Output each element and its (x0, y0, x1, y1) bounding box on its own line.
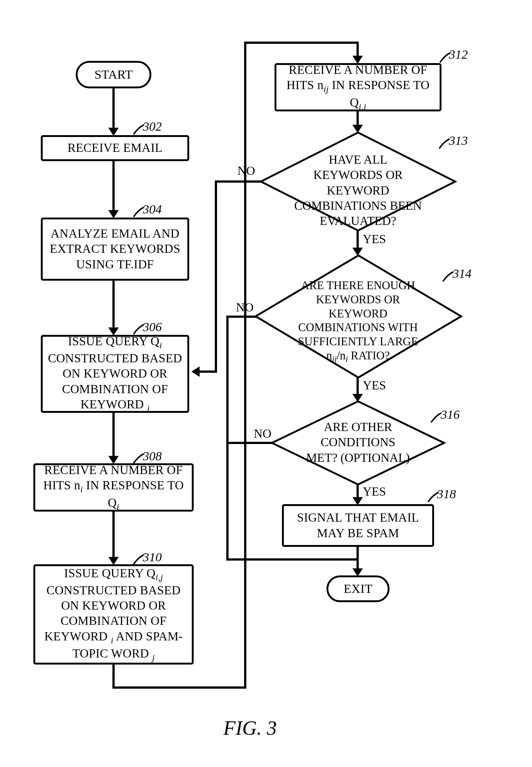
step-308-num: 308 (143, 449, 162, 463)
step-306-num: 306 (143, 320, 162, 334)
step-308-text: RECEIVE A NUMBER OF HITS ni IN RESPONSE … (39, 463, 188, 512)
step-310-text: ISSUE QUERY Qi,j CONSTRUCTED BASED ON KE… (39, 566, 188, 663)
step-306: ISSUE QUERY Qi CONSTRUCTED BASED ON KEYW… (41, 335, 189, 413)
step-318-text: SIGNAL THAT EMAIL MAY BE SPAM (288, 510, 428, 541)
figure-caption: FIG. 3 (223, 717, 277, 740)
decision-316-no: NO (254, 427, 272, 441)
step-310: ISSUE QUERY Qi,j CONSTRUCTED BASED ON KE… (33, 564, 194, 665)
flowchart-canvas: START 302 RECEIVE EMAIL 304 ANALYZE EMAI… (0, 0, 532, 767)
step-313-text: HAVE ALL KEYWORDS OR KEYWORD COMBINATION… (294, 153, 422, 228)
decision-313-yes: YES (363, 232, 386, 246)
step-318: SIGNAL THAT EMAIL MAY BE SPAM (282, 504, 434, 547)
step-314-text: ARE THERE ENOUGH KEYWORDS OR KEYWORD COM… (298, 279, 418, 362)
step-306-text: ISSUE QUERY Qi CONSTRUCTED BASED ON KEYW… (46, 334, 184, 414)
step-312: RECEIVE A NUMBER OF HITS nij IN RESPONSE… (275, 63, 441, 111)
decision-314-no: NO (236, 301, 254, 314)
step-310-num: 310 (143, 550, 162, 564)
decision-316-yes: YES (363, 485, 386, 499)
exit-label: EXIT (344, 582, 372, 596)
step-304: ANALYZE EMAIL AND EXTRACT KEYWORDS USING… (41, 218, 189, 281)
step-304-num: 304 (143, 202, 162, 216)
step-313-num: 313 (449, 134, 468, 148)
exit-node: EXIT (326, 575, 390, 602)
step-316-text: ARE OTHER CONDITIONS MET? (OPTIONAL) (306, 420, 410, 464)
step-302: RECEIVE EMAIL (41, 135, 189, 161)
step-314-num: 314 (453, 267, 472, 281)
step-302-num: 302 (143, 120, 162, 134)
step-308: RECEIVE A NUMBER OF HITS ni IN RESPONSE … (33, 463, 194, 512)
start-node: START (76, 61, 151, 88)
step-316-num: 316 (441, 408, 460, 422)
decision-313-no: NO (237, 164, 255, 178)
step-304-text: ANALYZE EMAIL AND EXTRACT KEYWORDS USING… (46, 226, 184, 272)
decision-314-yes: YES (363, 379, 386, 392)
step-302-text: RECEIVE EMAIL (68, 140, 162, 156)
start-label: START (95, 68, 133, 82)
step-312-text: RECEIVE A NUMBER OF HITS nij IN RESPONSE… (280, 62, 436, 112)
